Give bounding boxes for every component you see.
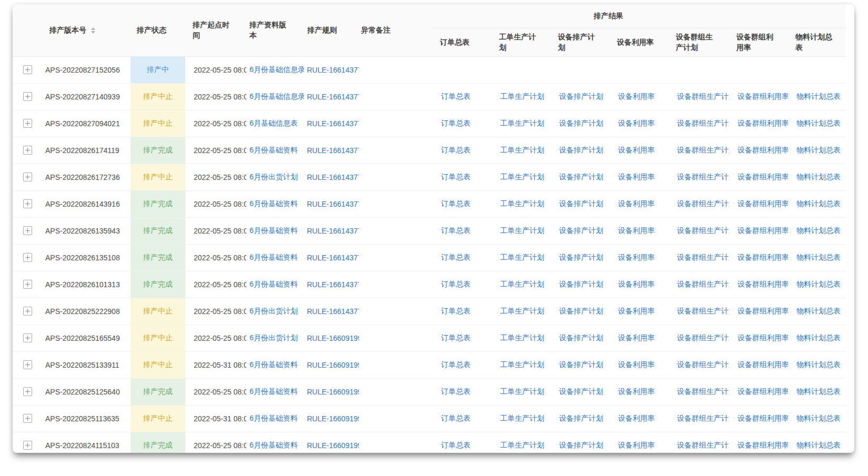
equipment-group-utilization-link[interactable]: 设备群组利用率 — [737, 414, 788, 422]
work-order-plan-link[interactable]: 工单生产计划 — [500, 441, 544, 449]
equipment-schedule-link[interactable]: 设备排产计划 — [559, 307, 603, 315]
rule-link[interactable]: RULE-166143771 — [307, 200, 359, 208]
order-summary-link[interactable]: 订单总表 — [441, 226, 471, 235]
equipment-group-plan-link[interactable]: 设备群组生产计划 — [677, 199, 729, 208]
order-summary-link[interactable]: 订单总表 — [441, 333, 471, 342]
rule-link[interactable]: RULE-166143771 — [307, 93, 359, 101]
rule-link[interactable]: RULE-166143771 — [307, 227, 359, 235]
rule-link[interactable]: RULE-166091998 — [307, 334, 359, 342]
work-order-plan-link[interactable]: 工单生产计划 — [500, 226, 544, 235]
equipment-utilization-link[interactable]: 设备利用率 — [618, 387, 655, 396]
expand-row-button[interactable] — [23, 199, 32, 208]
expand-row-button[interactable] — [23, 333, 32, 342]
equipment-schedule-link[interactable]: 设备排产计划 — [559, 280, 603, 288]
data-version-link[interactable]: 6月份基础资料 — [250, 226, 298, 235]
data-version-link[interactable]: 6月份基础资料 — [250, 199, 298, 208]
rule-link[interactable]: RULE-166091998 — [307, 414, 359, 423]
equipment-schedule-link[interactable]: 设备排产计划 — [559, 441, 603, 449]
expand-row-button[interactable] — [23, 146, 32, 155]
equipment-schedule-link[interactable]: 设备排产计划 — [559, 226, 603, 235]
rule-link[interactable]: RULE-166143771 — [307, 146, 359, 155]
equipment-utilization-link[interactable]: 设备利用率 — [618, 307, 655, 315]
equipment-group-utilization-link[interactable]: 设备群组利用率 — [737, 280, 788, 288]
order-summary-link[interactable]: 订单总表 — [441, 173, 471, 181]
data-version-link[interactable]: 6月份基础资料 — [250, 360, 298, 369]
rule-link[interactable]: RULE-166143771 — [307, 119, 359, 128]
equipment-group-plan-link[interactable]: 设备群组生产计划 — [677, 414, 729, 422]
expand-row-button[interactable] — [23, 226, 32, 235]
rule-link[interactable]: RULE-166091998 — [307, 388, 359, 396]
work-order-plan-link[interactable]: 工单生产计划 — [500, 199, 544, 208]
material-plan-link[interactable]: 物料计划总表 — [796, 441, 841, 449]
equipment-group-plan-link[interactable]: 设备群组生产计划 — [677, 280, 729, 288]
data-version-link[interactable]: 6月份基础信息录入 — [250, 92, 304, 100]
equipment-schedule-link[interactable]: 设备排产计划 — [559, 414, 603, 422]
data-version-link[interactable]: 6月份出货计划 — [250, 173, 298, 181]
equipment-group-utilization-link[interactable]: 设备群组利用率 — [737, 360, 788, 369]
order-summary-link[interactable]: 订单总表 — [441, 387, 471, 396]
equipment-group-utilization-link[interactable]: 设备群组利用率 — [737, 307, 788, 315]
data-version-link[interactable]: 6月份出货计划 — [250, 307, 298, 315]
work-order-plan-link[interactable]: 工单生产计划 — [500, 333, 544, 342]
equipment-group-utilization-link[interactable]: 设备群组利用率 — [737, 441, 788, 449]
work-order-plan-link[interactable]: 工单生产计划 — [500, 92, 544, 100]
material-plan-link[interactable]: 物料计划总表 — [796, 307, 841, 315]
work-order-plan-link[interactable]: 工单生产计划 — [500, 360, 544, 369]
equipment-group-utilization-link[interactable]: 设备群组利用率 — [737, 146, 788, 154]
order-summary-link[interactable]: 订单总表 — [441, 441, 471, 449]
equipment-group-plan-link[interactable]: 设备群组生产计划 — [677, 307, 729, 315]
expand-row-button[interactable] — [23, 92, 32, 101]
data-version-link[interactable]: 6月份基础资料 — [250, 253, 298, 261]
equipment-group-plan-link[interactable]: 设备群组生产计划 — [677, 226, 729, 235]
order-summary-link[interactable]: 订单总表 — [441, 92, 471, 100]
order-summary-link[interactable]: 订单总表 — [441, 119, 471, 127]
equipment-group-plan-link[interactable]: 设备群组生产计划 — [677, 146, 729, 154]
equipment-group-plan-link[interactable]: 设备群组生产计划 — [677, 253, 729, 261]
equipment-group-utilization-link[interactable]: 设备群组利用率 — [737, 387, 788, 396]
order-summary-link[interactable]: 订单总表 — [441, 307, 471, 315]
material-plan-link[interactable]: 物料计划总表 — [796, 92, 841, 100]
work-order-plan-link[interactable]: 工单生产计划 — [500, 414, 544, 422]
expand-row-button[interactable] — [23, 173, 32, 181]
equipment-group-plan-link[interactable]: 设备群组生产计划 — [677, 173, 729, 181]
data-version-link[interactable]: 6月份基础资料 — [250, 280, 298, 288]
equipment-utilization-link[interactable]: 设备利用率 — [618, 360, 655, 369]
material-plan-link[interactable]: 物料计划总表 — [796, 199, 841, 208]
order-summary-link[interactable]: 订单总表 — [441, 253, 471, 261]
equipment-schedule-link[interactable]: 设备排产计划 — [559, 360, 603, 369]
equipment-group-plan-link[interactable]: 设备群组生产计划 — [677, 360, 729, 369]
expand-row-button[interactable] — [23, 307, 32, 316]
equipment-group-utilization-link[interactable]: 设备群组利用率 — [737, 199, 788, 208]
data-version-link[interactable]: 6月份基础资料 — [250, 441, 298, 449]
work-order-plan-link[interactable]: 工单生产计划 — [500, 387, 544, 396]
work-order-plan-link[interactable]: 工单生产计划 — [500, 307, 544, 315]
equipment-utilization-link[interactable]: 设备利用率 — [618, 226, 655, 235]
equipment-group-utilization-link[interactable]: 设备群组利用率 — [737, 173, 788, 181]
data-version-link[interactable]: 6月份基础信息录入 — [250, 65, 304, 74]
rule-link[interactable]: RULE-166143771 — [307, 254, 359, 262]
equipment-group-plan-link[interactable]: 设备群组生产计划 — [677, 119, 729, 127]
expand-row-button[interactable] — [23, 414, 32, 423]
work-order-plan-link[interactable]: 工单生产计划 — [500, 173, 544, 181]
expand-row-button[interactable] — [23, 360, 32, 369]
work-order-plan-link[interactable]: 工单生产计划 — [500, 146, 544, 154]
rule-link[interactable]: RULE-166091998 — [307, 361, 359, 369]
equipment-utilization-link[interactable]: 设备利用率 — [618, 441, 655, 449]
material-plan-link[interactable]: 物料计划总表 — [796, 119, 841, 127]
material-plan-link[interactable]: 物料计划总表 — [796, 226, 841, 235]
equipment-schedule-link[interactable]: 设备排产计划 — [559, 146, 603, 154]
equipment-group-utilization-link[interactable]: 设备群组利用率 — [737, 226, 788, 235]
equipment-utilization-link[interactable]: 设备利用率 — [618, 146, 655, 154]
equipment-schedule-link[interactable]: 设备排产计划 — [559, 387, 603, 396]
equipment-group-plan-link[interactable]: 设备群组生产计划 — [677, 387, 729, 396]
material-plan-link[interactable]: 物料计划总表 — [796, 253, 841, 261]
equipment-schedule-link[interactable]: 设备排产计划 — [559, 333, 603, 342]
rule-link[interactable]: RULE-166143771 — [307, 280, 359, 289]
material-plan-link[interactable]: 物料计划总表 — [796, 146, 841, 154]
rule-link[interactable]: RULE-166091998 — [307, 441, 359, 450]
caret-sort-icon[interactable] — [91, 27, 95, 34]
equipment-utilization-link[interactable]: 设备利用率 — [618, 333, 655, 342]
material-plan-link[interactable]: 物料计划总表 — [796, 280, 841, 288]
rule-link[interactable]: RULE-166143771 — [307, 307, 359, 316]
material-plan-link[interactable]: 物料计划总表 — [796, 414, 841, 422]
